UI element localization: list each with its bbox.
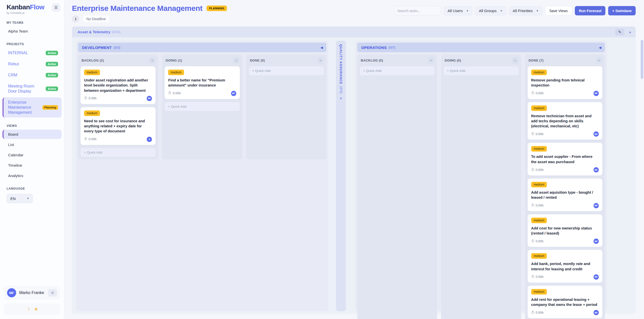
sidebar-item-project[interactable]: INTERNALActive <box>3 48 62 58</box>
task-card[interactable]: mediumTo add asset supplier - From where… <box>528 143 602 176</box>
task-footer: 0.00hU <box>84 137 152 142</box>
groups-filter-dropdown[interactable]: All Groups ▼ <box>475 6 506 15</box>
swimlane-header[interactable]: Asset & Telemetry (3/10) ✎ ▲ <box>72 26 636 37</box>
add-task-button[interactable]: + <box>318 57 323 63</box>
user-name: Marko Franke <box>19 291 45 295</box>
task-card[interactable]: mediumNeed to see cost for insurance and… <box>81 107 156 145</box>
add-task-button[interactable]: + <box>234 57 239 63</box>
task-title: Add rent for operational leasing + compa… <box>531 297 599 307</box>
settings-button[interactable]: ⚙ <box>48 289 57 297</box>
task-footer: 0.00hMF <box>531 167 599 172</box>
section-quality-assurance-collapsed[interactable]: QUALITY ASSURANCE (0/0) ▼ <box>336 41 346 311</box>
time-estimate: 0.00h <box>168 91 181 95</box>
edit-swimlane-button[interactable]: ✎ <box>615 29 624 35</box>
time-value: 0.00h <box>89 97 96 100</box>
section-operations: OPERATIONS (0/7) ◀ BACKLOG (0)++ Quick A… <box>355 41 607 311</box>
time-estimate: 0.00h <box>531 239 544 243</box>
save-views-button[interactable]: Save Views <box>545 6 572 15</box>
time-value: 0.00h <box>536 92 544 95</box>
assignee-avatar: U <box>147 137 152 142</box>
language-select[interactable]: EN ▼ <box>7 194 33 203</box>
sidebar-item-view[interactable]: Timeline <box>3 161 62 170</box>
brand-name: KanbanFlow <box>7 4 44 11</box>
task-card[interactable]: mediumAdd asset aquisition type - bought… <box>528 179 602 211</box>
add-swimlane-button[interactable]: + Swimlane <box>608 6 636 15</box>
task-card[interactable]: mediumAdd cost for new ownership status … <box>528 214 602 247</box>
project-label: Meeting Room Door Display <box>8 84 44 94</box>
quick-add-button[interactable]: + Quick Add <box>81 148 156 157</box>
groups-filter-value: All Groups <box>479 9 497 13</box>
task-card[interactable]: mediumUnder asset registration add anoth… <box>81 66 156 104</box>
collapsed-section-title: QUALITY ASSURANCE <box>339 44 343 84</box>
users-filter-dropdown[interactable]: All Users ▼ <box>444 6 472 15</box>
timer-icon <box>84 96 87 100</box>
sidebar-toggle-button[interactable]: ☰ <box>52 4 60 12</box>
sidebar-item-view[interactable]: Calendar <box>3 150 62 160</box>
task-card[interactable]: mediumAdd rent for operational leasing +… <box>528 286 602 318</box>
run-forecast-button[interactable]: Run Forecast <box>575 6 605 15</box>
time-value: 0.00h <box>173 92 181 95</box>
section-columns: BACKLOG (2)+mediumUnder asset registrati… <box>78 54 326 159</box>
sidebar-header: KanbanFlow by Coreidon.ai ☰ <box>0 4 64 14</box>
moon-icon[interactable]: ☽ <box>26 306 30 312</box>
priority-badge: medium <box>84 70 100 75</box>
theme-toggle[interactable]: ☽ ☀ <box>4 303 60 315</box>
add-task-button[interactable]: + <box>596 57 602 63</box>
sidebar-item-view[interactable]: Board <box>3 130 62 139</box>
collapse-section-icon[interactable]: ◀ <box>599 46 601 49</box>
priorities-filter-value: All Priorities <box>513 9 533 13</box>
sun-icon[interactable]: ☀ <box>34 306 38 312</box>
sidebar-item-project[interactable]: Enterprise Maintenance ManagementPlannin… <box>3 97 62 118</box>
add-task-button[interactable]: + <box>512 57 518 63</box>
sidebar-item-project[interactable]: RebutActive <box>3 59 62 69</box>
task-footer: 0.00hMF <box>531 203 599 208</box>
task-title: Add asset aquisition type - bought / lea… <box>531 190 599 200</box>
board-column: DOING (1)+mediumFind a better name for "… <box>162 54 242 159</box>
task-card[interactable]: mediumAdd bank, period, montly rate and … <box>528 250 602 283</box>
task-card[interactable]: mediumFind a better name for "Premium am… <box>165 66 240 99</box>
sidebar-item-team[interactable]: Alpha Team <box>3 26 62 36</box>
board-column: BACKLOG (0)++ Quick Add <box>357 54 437 319</box>
column-header: BACKLOG (2)+ <box>82 57 155 63</box>
task-card[interactable]: mediumRemove technician from asset and a… <box>528 102 602 140</box>
add-task-button[interactable]: + <box>149 57 155 63</box>
time-value: 0.00h <box>536 132 544 136</box>
sidebar-item-view[interactable]: Analytics <box>3 171 62 180</box>
section-title: DEVELOPMENT <box>82 45 112 50</box>
task-footer: 0.00hMF <box>531 91 599 96</box>
time-value: 0.00h <box>536 240 544 243</box>
priority-badge: medium <box>531 253 547 259</box>
quick-add-button[interactable]: + Quick Add <box>360 66 434 75</box>
project-label: INTERNAL <box>8 50 44 55</box>
quick-add-button[interactable]: + Quick Add <box>165 102 240 111</box>
collapse-section-icon[interactable]: ◀ <box>320 46 323 49</box>
priorities-filter-dropdown[interactable]: All Priorities ▼ <box>509 6 542 15</box>
quick-add-button[interactable]: + Quick Add <box>444 66 518 75</box>
timer-icon <box>531 132 534 136</box>
project-status-badge: Active <box>46 51 58 55</box>
task-title: Need to see cost for insurance and anyth… <box>84 119 152 134</box>
section-title: OPERATIONS <box>361 45 387 50</box>
add-task-button[interactable]: + <box>428 57 434 63</box>
section-operations-header: OPERATIONS (0/7) ◀ <box>357 43 605 52</box>
expand-section-icon[interactable]: ▼ <box>339 97 343 100</box>
app-root: KanbanFlow by Coreidon.ai ☰ MY TEAMS Alp… <box>0 0 644 319</box>
time-estimate: 0.00h <box>531 168 544 172</box>
sidebar-item-view[interactable]: List <box>3 140 62 149</box>
project-label: Rebut <box>8 62 44 67</box>
sidebar-item-project[interactable]: Meeting Room Door DisplayActive <box>3 81 62 96</box>
project-status-badge: Planning <box>42 105 58 110</box>
assignee-avatar: MF <box>594 91 599 96</box>
task-footer: 0.00hMF <box>531 310 599 315</box>
info-button[interactable]: i <box>72 15 79 23</box>
sidebar-item-project[interactable]: CRMActive <box>3 70 62 80</box>
task-card[interactable]: mediumRemove pending from tehnical inspe… <box>528 66 602 99</box>
sidebar: KanbanFlow by Coreidon.ai ☰ MY TEAMS Alp… <box>0 0 64 319</box>
projects-heading: PROJECTS <box>7 42 58 46</box>
quick-add-button[interactable]: + Quick Add <box>249 66 324 75</box>
collapse-swimlane-icon[interactable]: ▲ <box>628 30 632 34</box>
scrollbar-thumb[interactable] <box>641 40 643 79</box>
project-label: CRM <box>8 73 44 78</box>
search-input[interactable] <box>394 6 441 15</box>
time-estimate: 0.00h <box>531 275 544 279</box>
